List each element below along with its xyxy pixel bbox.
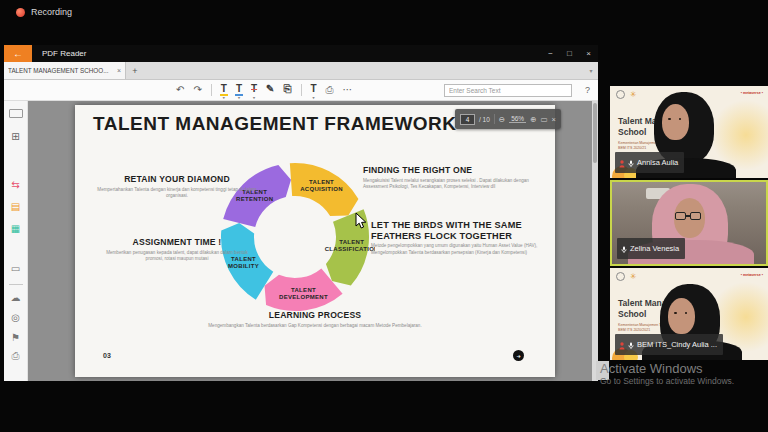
new-tab-button[interactable]: + bbox=[126, 62, 144, 79]
screen: Recording ← PDF Reader − □ × TALENT MANA… bbox=[0, 0, 768, 432]
help-button[interactable]: ? bbox=[585, 85, 590, 95]
tab-label: TALENT MANAGEMENT SCHOO... bbox=[8, 67, 114, 74]
redo-icon[interactable]: ↷ bbox=[193, 85, 201, 95]
stamp-note-icon[interactable]: ⎘ bbox=[284, 84, 292, 96]
slide-title: TALENT MANAGEMENT FRAMEWORK bbox=[93, 113, 457, 135]
annotation-assignment-time: ASSIGNMENT TIME !Memberikan penugasan ke… bbox=[97, 238, 257, 263]
annotation-title: LET THE BIRDS WITH THE SAME FEATHERS FLO… bbox=[371, 220, 553, 241]
tab-document[interactable]: TALENT MANAGEMENT SCHOO... × bbox=[4, 62, 126, 79]
participant-name: Zelina Venesia bbox=[630, 244, 679, 253]
highlight-text-icon[interactable]: T▾ bbox=[221, 84, 227, 96]
annotation-finding-the-right-one: FINDING THE RIGHT ONEMengakuisisi Talent… bbox=[363, 166, 541, 191]
watermark-line1: Activate Windows bbox=[600, 361, 734, 376]
sidebar-divider bbox=[9, 284, 23, 285]
tab-close-icon[interactable]: × bbox=[117, 67, 121, 74]
toolbar-divider bbox=[211, 84, 212, 96]
tab-scroll-icon[interactable]: ▾ bbox=[584, 62, 598, 79]
annotation-learning-process: LEARNING PROCESSMengembangkan Talenta be… bbox=[195, 311, 435, 329]
face bbox=[662, 104, 689, 140]
cloud-icon[interactable]: ☁ bbox=[11, 293, 21, 303]
print-icon[interactable]: ⎙ bbox=[326, 85, 334, 95]
eyes bbox=[668, 118, 681, 120]
annotation-body: Mempertahankan Talenta dengan kinerja da… bbox=[97, 187, 257, 200]
minimize-button[interactable]: − bbox=[541, 45, 560, 62]
participant-nametag: BEM ITS_Cindy Aulia ... bbox=[615, 334, 723, 355]
recording-badge-icon bbox=[619, 336, 625, 354]
recording-label: Recording bbox=[31, 7, 72, 17]
window-title: PDF Reader bbox=[42, 49, 86, 58]
recording-dot-icon bbox=[16, 8, 25, 17]
mouse-cursor bbox=[355, 212, 367, 230]
bookmark-icon[interactable]: ⚑ bbox=[11, 333, 20, 343]
toolbar-divider bbox=[301, 84, 302, 96]
annotation-let-the-birds-with-the-same-feathers-flock-together: LET THE BIRDS WITH THE SAME FEATHERS FLO… bbox=[371, 220, 553, 256]
slide-footer-icon: ➔ bbox=[513, 350, 524, 361]
export-device-icon[interactable]: ▤ bbox=[11, 202, 20, 212]
screen-share-icon[interactable]: ▭ bbox=[11, 264, 20, 274]
search-input[interactable] bbox=[444, 84, 572, 97]
maximize-button[interactable]: □ bbox=[560, 45, 579, 62]
page-thumbnails-icon[interactable]: ⊞ bbox=[11, 132, 19, 142]
underline-text-icon[interactable]: T▾ bbox=[236, 84, 242, 96]
watermark-line2: Go to Settings to activate Windows. bbox=[600, 376, 734, 386]
participant-video-3[interactable]: ✳• metaverse •Talent ManagemenSchoolKeme… bbox=[610, 268, 768, 360]
participant-video-2[interactable]: Zelina Venesia bbox=[610, 180, 768, 266]
fit-width-icon[interactable]: ▭ bbox=[540, 115, 547, 124]
app-logo-icon[interactable] bbox=[9, 109, 23, 118]
scrollbar[interactable] bbox=[592, 101, 598, 381]
toolbar: ↶ ↷ T▾T▾T▾✎⎘ T▾ ⎙ ⋯ ? bbox=[4, 80, 598, 101]
participants-strip: ✳• metaverse •Talent MaSchoolKementerian… bbox=[610, 86, 768, 360]
undo-icon[interactable]: ↶ bbox=[176, 85, 184, 95]
annotation-body: Mengembangkan Talenta berdasarkan Gap Ko… bbox=[195, 323, 435, 329]
slide-page-number: 03 bbox=[103, 352, 111, 359]
annotation-body: Memberikan penugasan kepada talent, dapa… bbox=[97, 250, 257, 263]
pdf-reader-window: ← PDF Reader − □ × TALENT MANAGEMENT SCH… bbox=[4, 45, 598, 381]
annotation-title: ASSIGNMENT TIME ! bbox=[97, 238, 257, 248]
slide-page: TALENT MANAGEMENT FRAMEWORK TALENTRETENT… bbox=[75, 105, 555, 377]
participant-name: Annisa Aulia bbox=[637, 158, 678, 167]
tab-bar: TALENT MANAGEMENT SCHOO... × + ▾ bbox=[4, 62, 598, 80]
annotation-title: LEARNING PROCESS bbox=[195, 311, 435, 321]
annotation-title: RETAIN YOUR DIAMOND bbox=[97, 175, 257, 185]
pdf-sidebar: ⊞⇆▤▦▭☁◎⚑⎙ bbox=[4, 101, 28, 381]
page-number-input[interactable]: 4 bbox=[460, 114, 475, 125]
pen-sign-icon[interactable]: ✎ bbox=[266, 84, 274, 96]
back-button[interactable]: ← bbox=[4, 45, 32, 62]
zoom-in-icon[interactable]: ⊕ bbox=[530, 115, 536, 124]
print-icon[interactable]: ⎙ bbox=[12, 351, 20, 361]
participant-nametag: Annisa Aulia bbox=[615, 152, 684, 173]
face bbox=[668, 298, 695, 334]
strikethrough-text-icon[interactable]: T▾ bbox=[251, 84, 257, 96]
clipboard-notes-icon[interactable]: ▦ bbox=[11, 224, 20, 234]
close-button[interactable]: × bbox=[579, 45, 598, 62]
view-eye-icon[interactable]: ◎ bbox=[11, 313, 20, 323]
window-titlebar: ← PDF Reader − □ × bbox=[4, 45, 598, 62]
more-icon[interactable]: ⋯ bbox=[343, 85, 353, 95]
participant-nametag: Zelina Venesia bbox=[617, 238, 685, 259]
mic-icon bbox=[621, 240, 627, 258]
pagebar-divider bbox=[494, 114, 495, 124]
glasses bbox=[675, 212, 701, 220]
participant-name: BEM ITS_Cindy Aulia ... bbox=[637, 340, 717, 349]
annotation-body: Metode pengelompokkan yang umum digunaka… bbox=[371, 243, 553, 256]
convert-arrows-icon[interactable]: ⇆ bbox=[11, 180, 19, 190]
mic-icon bbox=[628, 336, 634, 354]
zoom-out-icon[interactable]: ⊖ bbox=[499, 115, 505, 124]
annotation-retain-your-diamond: RETAIN YOUR DIAMONDMempertahankan Talent… bbox=[97, 175, 257, 200]
activate-windows-watermark: Activate Windows Go to Settings to activ… bbox=[600, 361, 734, 386]
zoom-level[interactable]: 56% bbox=[509, 115, 526, 123]
pagebar-close-icon[interactable]: × bbox=[552, 115, 556, 124]
recording-badge-icon bbox=[619, 154, 625, 172]
annotation-body: Mengakuisisi Talent melalui serangkaian … bbox=[363, 178, 541, 191]
recording-indicator: Recording bbox=[16, 7, 72, 17]
text-tool-icon[interactable]: T▾ bbox=[311, 84, 317, 96]
page-controls: 4 / 10 ⊖ 56% ⊕ ▭ × bbox=[455, 109, 561, 129]
annotation-title: FINDING THE RIGHT ONE bbox=[363, 166, 541, 176]
mic-icon bbox=[628, 154, 634, 172]
document-area: TALENT MANAGEMENT FRAMEWORK TALENTRETENT… bbox=[28, 101, 598, 381]
participant-video-1[interactable]: ✳• metaverse •Talent MaSchoolKementerian… bbox=[610, 86, 768, 178]
eyes bbox=[674, 312, 687, 314]
page-total-label: / 10 bbox=[479, 116, 490, 123]
